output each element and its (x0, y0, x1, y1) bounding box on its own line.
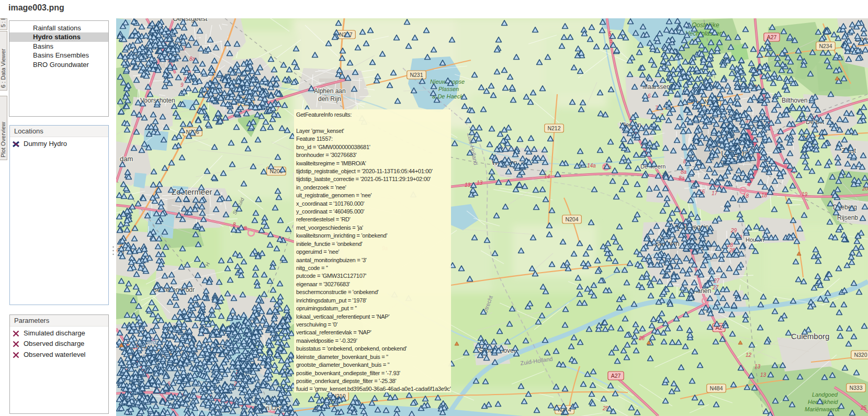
svg-text:A27: A27 (611, 373, 621, 379)
svg-text:dam: dam (120, 155, 133, 163)
svg-text:8: 8 (244, 226, 247, 231)
svg-text:A27: A27 (767, 34, 777, 40)
svg-text:Houten: Houten (746, 237, 764, 243)
svg-text:7: 7 (276, 106, 279, 112)
svg-text:N212: N212 (547, 125, 560, 131)
svg-text:Zoetermeer: Zoetermeer (172, 187, 212, 196)
svg-text:18: 18 (761, 193, 768, 198)
svg-text:13: 13 (477, 180, 483, 186)
svg-text:13: 13 (465, 182, 471, 188)
svg-text:8: 8 (233, 222, 236, 228)
svg-text:Bilthoven: Bilthoven (782, 97, 807, 104)
svg-text:Oegstgeest: Oegstgeest (173, 18, 208, 23)
svg-text:9: 9 (181, 82, 184, 88)
svg-text:13: 13 (754, 364, 761, 369)
svg-text:13: 13 (760, 372, 766, 378)
svg-text:19: 19 (802, 192, 808, 197)
svg-text:Alphen aan: Alphen aan (314, 87, 346, 95)
svg-text:N231: N231 (410, 72, 423, 78)
svg-text:25: 25 (860, 405, 867, 411)
svg-text:Landgoed: Landgoed (812, 391, 838, 398)
svg-text:12: 12 (746, 352, 752, 358)
svg-text:Rijsenb: Rijsenb (837, 214, 858, 221)
svg-text:N234: N234 (819, 43, 832, 49)
svg-text:14a: 14a (587, 163, 596, 168)
svg-text:8a: 8a (679, 175, 685, 181)
svg-text:N484: N484 (709, 385, 723, 391)
svg-text:Vechtplassen: Vechtplassen (685, 30, 723, 37)
svg-text:N320: N320 (854, 352, 867, 358)
svg-text:29: 29 (730, 228, 737, 233)
svg-text:N333: N333 (849, 385, 862, 391)
svg-text:den Rijn: den Rijn (318, 95, 341, 103)
svg-text:Plassen: Plassen (438, 86, 459, 92)
svg-text:N204: N204 (565, 216, 578, 222)
svg-text:Mariënwaerdt: Mariënwaerdt (805, 406, 840, 412)
svg-text:26: 26 (638, 335, 645, 341)
svg-text:Culemborg: Culemborg (791, 332, 829, 341)
svg-text:Heerlijkheid: Heerlijkheid (808, 399, 838, 405)
